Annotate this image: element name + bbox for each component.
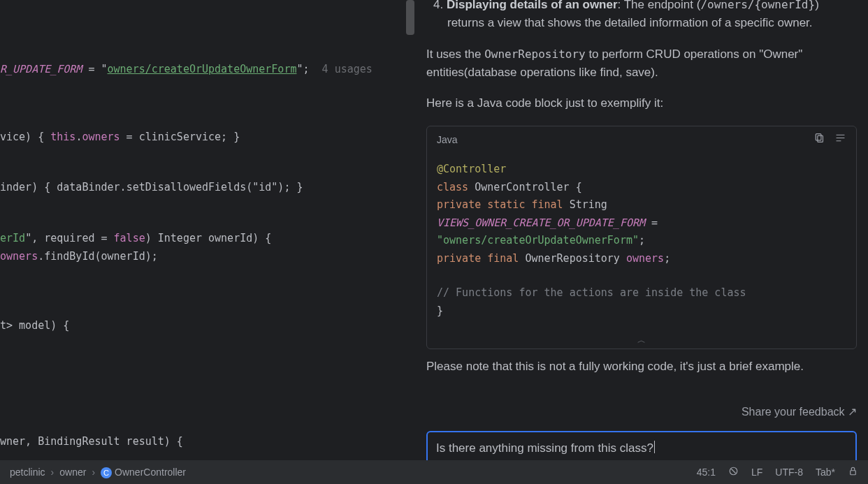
code-editor[interactable]: R_UPDATE_FORM = "owners/createOrUpdateOw… — [0, 0, 415, 460]
svg-rect-1 — [818, 135, 823, 142]
insert-icon[interactable] — [834, 132, 846, 149]
breadcrumb-separator: › — [51, 467, 55, 478]
breadcrumb-item[interactable]: owner — [59, 467, 86, 478]
code-text: t> model) { — [0, 319, 69, 332]
code-block-body[interactable]: @Controller class OwnerController { priv… — [427, 154, 856, 330]
code-text: vice) { — [0, 131, 50, 143]
constant: VIEWS_OWNER_CREATE_OR_UPDATE_FORM — [437, 217, 645, 229]
kw-this: this — [50, 131, 75, 143]
string: erId — [0, 232, 25, 244]
chat-paragraph: It uses the OwnerRepository to perform C… — [426, 45, 857, 82]
editor-scrollbar[interactable] — [405, 0, 415, 460]
code-text: OwnerController { — [468, 181, 582, 193]
feedback-link[interactable]: Share your feedback ↗ — [426, 404, 857, 421]
string-link[interactable]: owners/createOrUpdateOwnerForm — [108, 63, 297, 75]
breadcrumb-item[interactable]: petclinic — [10, 467, 45, 478]
usages-hint[interactable]: 4 usages — [322, 63, 372, 75]
list-item: 4. Displaying details of an owner: The e… — [426, 0, 857, 33]
code-text: ", required = — [25, 232, 113, 244]
variable: owners — [626, 252, 664, 265]
comment: // Functions for the actions are inside … — [437, 286, 746, 299]
modifiers: private static final — [437, 198, 563, 211]
type: String — [563, 198, 607, 211]
kw-false: false — [114, 232, 145, 244]
method-call: findById — [44, 250, 94, 263]
class-name: OwnerRepository — [484, 47, 586, 61]
code-text: } — [437, 305, 443, 317]
breadcrumb-separator: › — [92, 467, 95, 478]
method-call: setDisallowedFields — [126, 181, 247, 193]
lock-icon[interactable] — [848, 466, 858, 478]
item-text: : The endpoint ( — [618, 0, 701, 11]
breadcrumb-item[interactable]: COwnerController — [101, 467, 186, 478]
cursor-position[interactable]: 45:1 — [697, 467, 716, 478]
keyword: class — [437, 181, 468, 193]
type: OwnerRepository — [519, 252, 626, 265]
item-title: Displaying details of an owner — [447, 0, 618, 11]
status-bar: petclinic › owner › COwnerController 45:… — [0, 460, 868, 484]
class-icon: C — [101, 467, 112, 478]
text: It uses the — [426, 47, 484, 61]
code-text: ; — [639, 234, 645, 247]
encoding[interactable]: UTF-8 — [775, 467, 803, 478]
property: owners — [0, 250, 38, 263]
chat-paragraph: Please note that this is not a fully wor… — [426, 358, 857, 376]
code-text: ("id"); } — [246, 181, 303, 193]
breadcrumb-label: OwnerController — [115, 467, 186, 478]
code-text: ; — [664, 252, 670, 265]
const-name: R_UPDATE_FORM — [0, 63, 82, 75]
item-number: 4. — [433, 0, 443, 11]
svg-rect-5 — [851, 471, 856, 475]
code-block: Java @Controller class OwnerController {… — [426, 126, 857, 349]
string: "owners/createOrUpdateOwnerForm" — [437, 234, 639, 247]
code-language-label: Java — [437, 133, 458, 148]
breadcrumb[interactable]: petclinic › owner › COwnerController — [10, 467, 186, 478]
chat-panel: 4. Displaying details of an owner: The e… — [415, 0, 868, 460]
chat-input-text[interactable]: Is there anything missing from this clas… — [436, 439, 847, 457]
annotation: @Controller — [437, 163, 506, 175]
chat-paragraph: Here is a Java code block just to exempl… — [426, 94, 857, 112]
code-text: (ownerId); — [94, 250, 157, 263]
code-text: = clinicService; } — [120, 131, 240, 143]
indent-setting[interactable]: Tab* — [816, 467, 835, 478]
collapse-icon[interactable]: ︿ — [427, 330, 856, 349]
code-text: inder) { dataBinder. — [0, 181, 126, 193]
code-text: ) Integer ownerId) { — [145, 232, 272, 244]
code-text: wner, BindingResult result) { — [0, 435, 183, 448]
modifiers: private final — [437, 252, 519, 265]
readonly-icon[interactable] — [728, 466, 739, 478]
line-separator[interactable]: LF — [751, 467, 762, 478]
property: owners — [82, 131, 120, 143]
copy-icon[interactable] — [813, 132, 825, 149]
chat-input[interactable]: Is there anything missing from this clas… — [426, 431, 857, 460]
svg-rect-0 — [816, 133, 821, 140]
code-text: = — [645, 217, 658, 229]
endpoint-text: /owners/{ownerId} — [700, 0, 815, 11]
